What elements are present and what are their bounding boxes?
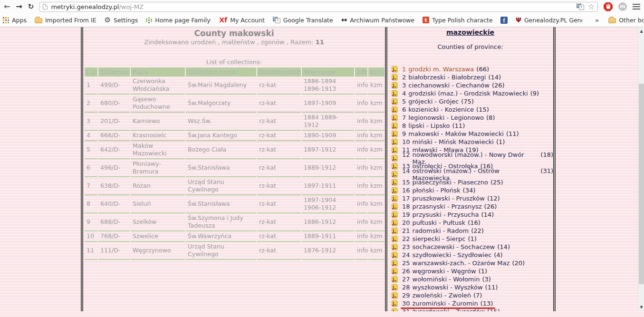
county-list-item[interactable]: 18przasnyski - Przasnysz(26): [387, 202, 553, 211]
county-list-item[interactable]: 26węgrowski - Węgrów(1): [387, 267, 553, 275]
adblock-extension-icon[interactable]: [604, 2, 613, 11]
cell-collection-code[interactable]: 111/D-: [98, 242, 130, 260]
county-link[interactable]: 2białobrzeski - Białobrzegi(14): [402, 74, 501, 81]
cell-collection-code[interactable]: 638/D-: [98, 177, 130, 195]
bookmark-familysearch[interactable]: Home page FamilySea: [146, 17, 211, 24]
county-link[interactable]: 7legionowski - Legionowo(8): [402, 114, 495, 121]
kzm-link[interactable]: kzm: [368, 159, 384, 177]
county-list-item[interactable]: 30żuromiński - Żuromin(13): [387, 299, 553, 307]
county-link[interactable]: 23sochaczewski - Sochaczew(14): [402, 243, 510, 250]
county-list-item[interactable]: 12nowodworski (mazow.) - Nowy Dwór Maz.(…: [387, 154, 553, 162]
kzm-link[interactable]: kzm: [368, 77, 384, 95]
county-list-item[interactable]: 23sochaczewski - Sochaczew(14): [387, 243, 553, 251]
county-list-item[interactable]: 16płoński - Płońsk(34): [387, 186, 553, 194]
address-bar[interactable]: metryki.genealodzy.pl/woj-MZ ☆: [39, 2, 598, 12]
chrome-menu-icon[interactable]: [633, 4, 640, 10]
info-link[interactable]: info: [355, 95, 367, 113]
kzm-link[interactable]: kzm: [368, 213, 384, 231]
kzm-link[interactable]: kzm: [368, 231, 384, 242]
bookmark-apps[interactable]: Apps: [3, 17, 27, 24]
cell-collection-code[interactable]: 496/D-: [98, 159, 130, 177]
cell-collection-code[interactable]: 666/D-: [98, 131, 130, 141]
county-link[interactable]: 29zwoleński - Zwoleń(7): [402, 292, 482, 299]
info-link[interactable]: info: [355, 242, 367, 260]
bookmark-settings[interactable]: ⚙Settings: [105, 17, 138, 24]
info-link[interactable]: info: [355, 195, 367, 213]
scroll-down-arrow[interactable]: ▼: [638, 305, 644, 309]
bookmark-archiwum[interactable]: ↔Archiwum Państwowe: [341, 17, 414, 24]
kzm-link[interactable]: kzm: [368, 113, 384, 131]
county-list-item[interactable]: 3ciechanowski - Ciechanów(26): [387, 81, 553, 89]
county-list-item[interactable]: 25warszawski-zach. - Ożarów Maz(20): [387, 259, 553, 267]
county-link[interactable]: 6kozienicki - Kozienice(15): [402, 106, 489, 113]
county-link[interactable]: 24szydłowiecki - Szydłowiec(4): [402, 251, 503, 259]
bookmark-genealodzy[interactable]: ΨGenealodzy.PL Genea: [516, 17, 582, 24]
forward-button[interactable]: →: [16, 3, 22, 10]
translate-icon[interactable]: [577, 3, 584, 10]
bookmark-facebook[interactable]: [500, 17, 508, 24]
cell-collection-code[interactable]: 201/D-: [98, 113, 130, 131]
scroll-up-arrow[interactable]: ▲: [638, 29, 644, 33]
cell-collection-code[interactable]: 688/D-: [98, 213, 130, 231]
info-link[interactable]: info: [355, 131, 367, 141]
county-link[interactable]: 30żuromiński - Żuromin(13): [402, 300, 493, 307]
cell-collection-code[interactable]: 768/D-: [98, 231, 130, 242]
county-link[interactable]: 18przasnyski - Przasnysz(26): [402, 203, 497, 210]
bookmarks-overflow-chevron[interactable]: »: [595, 17, 599, 24]
county-link[interactable]: 16płoński - Płońsk(34): [402, 187, 475, 194]
bookmark-star-icon[interactable]: ☆: [588, 3, 595, 10]
county-list-item[interactable]: 22sierpecki - Sierpc(1): [387, 235, 553, 243]
county-list-item[interactable]: 20pułtuski - Pułtusk(16): [387, 219, 553, 227]
kzm-link[interactable]: kzm: [368, 177, 384, 195]
county-link[interactable]: 1grodzki m. Warszawa(66): [402, 66, 489, 73]
county-link[interactable]: 21radomski - Radom(22): [402, 227, 484, 234]
info-link[interactable]: info: [355, 231, 367, 242]
county-link[interactable]: 25warszawski-zach. - Ożarów Maz(20): [402, 259, 525, 267]
cell-collection-code[interactable]: 640/D-: [98, 195, 130, 213]
county-list-item[interactable]: 29zwoleński - Zwoleń(7): [387, 291, 553, 299]
county-link[interactable]: 3ciechanowski - Ciechanów(26): [402, 82, 505, 89]
info-link[interactable]: info: [355, 141, 367, 159]
county-link[interactable]: 15piaseczyński - Piaseczno(25): [402, 179, 503, 186]
bookmark-imported-from-ie[interactable]: Imported From IE: [35, 17, 96, 24]
county-link[interactable]: 22sierpecki - Sierpc(1): [402, 235, 477, 242]
info-link[interactable]: info: [355, 159, 367, 177]
county-list-item[interactable]: 4grodziski (maz.) - Grodzisk Mazowiecki(…: [387, 89, 553, 97]
county-link[interactable]: 5grójecki - Grójec(75): [402, 98, 474, 105]
cell-collection-code[interactable]: 680/D-: [98, 95, 130, 113]
county-list-item[interactable]: 19przysuski - Przysucha(14): [387, 211, 553, 219]
county-list-item[interactable]: 8lipski - Lipsko(11): [387, 122, 553, 130]
county-list-item[interactable]: 1grodzki m. Warszawa(66): [387, 65, 553, 73]
county-link[interactable]: 17pruszkowski - Pruszków(12): [402, 195, 500, 202]
county-list-item[interactable]: 14ostrowski (mazow.) - Ostrów Mazowiecka…: [387, 170, 553, 178]
vertical-scrollbar-thumb[interactable]: [639, 84, 644, 284]
bookmark-my-account[interactable]: XfMy Account: [219, 17, 265, 24]
county-list-item[interactable]: 21radomski - Radom(22): [387, 227, 553, 235]
county-list-item[interactable]: 7legionowski - Legionowo(8): [387, 114, 553, 122]
info-link[interactable]: info: [355, 77, 367, 95]
county-list-item[interactable]: 27wołomiński - Wołomin(3): [387, 275, 553, 283]
kzm-link[interactable]: kzm: [368, 131, 384, 141]
info-link[interactable]: info: [355, 213, 367, 231]
county-link[interactable]: 27wołomiński - Wołomin(3): [402, 276, 491, 283]
county-list-item[interactable]: 17pruszkowski - Pruszków(12): [387, 194, 553, 202]
cell-collection-code[interactable]: 499/D-: [98, 77, 130, 95]
info-link[interactable]: info: [355, 113, 367, 131]
county-list-item[interactable]: 10miński - Mińsk Mazowiecki(1): [387, 138, 553, 146]
bookmark-google-translate[interactable]: Google Translate: [273, 17, 333, 24]
cell-collection-code[interactable]: 642/D-: [98, 141, 130, 159]
kzm-link[interactable]: kzm: [368, 95, 384, 113]
kzm-link[interactable]: kzm: [368, 141, 384, 159]
county-link[interactable]: 28wyszkowski - Wyszków(11): [402, 284, 498, 291]
kzm-link[interactable]: kzm: [368, 195, 384, 213]
other-bookmarks-button[interactable]: Other bookmarks: [608, 17, 644, 24]
county-list-item[interactable]: 9makowski - Maków Mazowiecki(11): [387, 130, 553, 138]
county-link[interactable]: 19przysuski - Przysucha(14): [402, 211, 494, 218]
county-list-item[interactable]: 24szydłowiecki - Szydłowiec(4): [387, 251, 553, 259]
county-link[interactable]: 20pułtuski - Pułtusk(16): [402, 219, 481, 226]
profile-avatar[interactable]: m: [618, 2, 627, 11]
county-list-item[interactable]: 2białobrzeski - Białobrzegi(14): [387, 73, 553, 81]
back-button[interactable]: ←: [4, 3, 10, 10]
county-link[interactable]: 9makowski - Maków Mazowiecki(11): [402, 130, 519, 137]
county-list-item[interactable]: 28wyszkowski - Wyszków(11): [387, 283, 553, 291]
